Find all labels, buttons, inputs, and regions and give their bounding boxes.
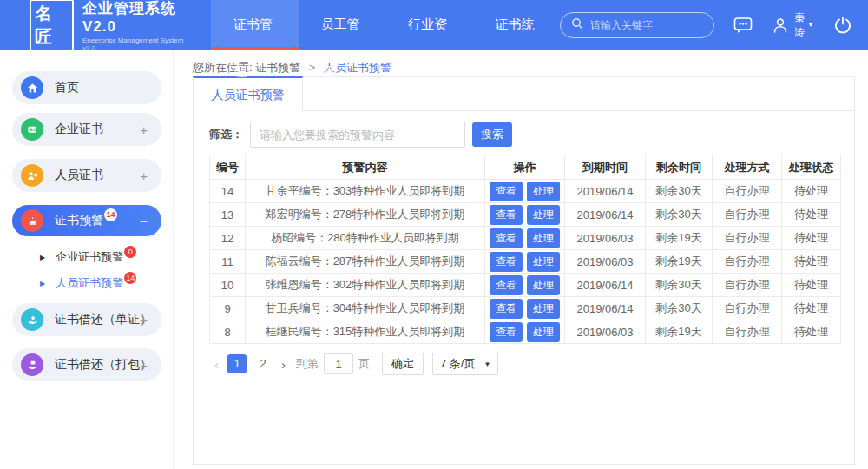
sidebar-item-person-cert[interactable]: 人员证书 + bbox=[12, 159, 161, 192]
handle-button[interactable]: 处理 bbox=[527, 252, 560, 272]
plus-icon[interactable]: + bbox=[140, 358, 148, 373]
alert-count-badge: 14 bbox=[124, 272, 136, 284]
sidebar-item-label: 证书借还（单证） bbox=[55, 312, 152, 327]
app-title: 企业管理系统V2.0 bbox=[82, 0, 195, 36]
prev-page-icon[interactable]: ‹ bbox=[209, 357, 224, 372]
chevron-down-icon: ▼ bbox=[807, 21, 814, 29]
pagination: ‹ 1 2 › 到第 页 确定 7 条/页 ▼ bbox=[209, 353, 854, 375]
row-status: 待处理 bbox=[782, 180, 841, 203]
row-method: 自行办理 bbox=[713, 297, 782, 320]
search-input[interactable] bbox=[590, 19, 703, 31]
page-button-2[interactable]: 2 bbox=[253, 354, 273, 373]
table-row: 8桂继民编号：315特种作业人员即将到期查看处理2019/06/03剩余19天自… bbox=[210, 320, 841, 344]
nav-staff-management[interactable]: 员工管理 bbox=[299, 0, 385, 50]
view-button[interactable]: 查看 bbox=[490, 228, 523, 248]
sidebar-item-label: 首页 bbox=[55, 80, 79, 96]
row-content: 桂继民编号：315特种作业人员即将到期 bbox=[246, 320, 485, 344]
goto-page-input[interactable] bbox=[324, 353, 353, 374]
plus-icon[interactable]: + bbox=[140, 313, 148, 327]
row-content: 郑宏明编号：278特种作业人员即将到期 bbox=[246, 203, 485, 227]
row-remaining: 剩余30天 bbox=[646, 274, 713, 297]
nav-cert-management[interactable]: 证书管理 bbox=[211, 0, 298, 50]
view-button[interactable]: 查看 bbox=[490, 252, 523, 272]
row-method: 自行办理 bbox=[713, 274, 782, 297]
row-remaining: 剩余19天 bbox=[646, 320, 713, 344]
sidebar-item-label: 企业证书 bbox=[55, 122, 103, 137]
table-row: 10张维恩编号：302特种作业人员即将到期查看处理2019/06/14剩余30天… bbox=[210, 274, 841, 297]
sidebar-item-company-cert[interactable]: 企业证书 + bbox=[12, 113, 161, 146]
handle-button[interactable]: 处理 bbox=[527, 228, 560, 248]
username[interactable]: 秦涛 bbox=[794, 10, 805, 40]
filter-input[interactable] bbox=[250, 122, 465, 148]
handle-button[interactable]: 处理 bbox=[527, 182, 560, 201]
chevron-down-icon: ▼ bbox=[483, 360, 490, 368]
view-button[interactable]: 查看 bbox=[490, 205, 523, 225]
tab-strip: 人员证书预警 bbox=[194, 76, 854, 111]
sidebar-item-home[interactable]: 首页 bbox=[12, 71, 161, 104]
user-icon[interactable] bbox=[772, 17, 789, 34]
table-body: 14甘余平编号：303特种作业人员即将到期查看处理2019/06/14剩余30天… bbox=[210, 180, 841, 344]
row-status: 待处理 bbox=[782, 274, 841, 297]
next-page-icon[interactable]: › bbox=[276, 357, 291, 372]
row-actions: 查看处理 bbox=[485, 250, 565, 274]
row-status: 待处理 bbox=[782, 227, 841, 250]
row-actions: 查看处理 bbox=[485, 297, 565, 320]
handle-button[interactable]: 处理 bbox=[527, 299, 560, 319]
row-method: 自行办理 bbox=[713, 250, 782, 274]
col-header-id: 编号 bbox=[210, 155, 246, 180]
confirm-button[interactable]: 确定 bbox=[382, 353, 424, 375]
sidebar-subitem-person-cert-alert[interactable]: ▶ 人员证书预警 14 bbox=[40, 274, 173, 292]
minus-icon[interactable]: − bbox=[140, 214, 148, 228]
breadcrumb-current[interactable]: 人员证书预警 bbox=[324, 61, 391, 74]
row-due-date: 2019/06/14 bbox=[565, 274, 646, 297]
handle-button[interactable]: 处理 bbox=[527, 205, 560, 225]
view-button[interactable]: 查看 bbox=[490, 322, 523, 342]
sidebar-item-cert-alert[interactable]: 证书预警 14 − bbox=[12, 205, 161, 236]
search-button[interactable]: 搜索 bbox=[472, 122, 512, 147]
handle-button[interactable]: 处理 bbox=[527, 322, 560, 342]
row-content: 甘余平编号：303特种作业人员即将到期 bbox=[246, 180, 485, 203]
triangle-right-icon: ▶ bbox=[40, 254, 45, 261]
row-remaining: 剩余19天 bbox=[646, 227, 713, 250]
table-header-row: 编号 预警内容 操作 到期时间 剩余时间 处理方式 处理状态 bbox=[210, 155, 841, 180]
sidebar-item-lend-single[interactable]: 证书借还（单证） + bbox=[12, 303, 161, 336]
filter-row: 筛选： 搜索 bbox=[209, 122, 854, 148]
main-content: 您所在位置: 证书预警 > 人员证书预警 人员证书预警 筛选： 搜索 编号 预警… bbox=[174, 50, 868, 469]
table-row: 13郑宏明编号：278特种作业人员即将到期查看处理2019/06/14剩余30天… bbox=[210, 203, 841, 227]
nav-cert-statistics[interactable]: 证书统计 bbox=[473, 0, 560, 50]
row-due-date: 2019/06/14 bbox=[565, 180, 646, 203]
message-icon[interactable] bbox=[733, 17, 753, 34]
search-icon bbox=[571, 17, 583, 33]
row-method: 自行办理 bbox=[713, 320, 782, 344]
row-status: 待处理 bbox=[782, 320, 841, 344]
page-size-select[interactable]: 7 条/页 ▼ bbox=[432, 353, 498, 375]
handle-button[interactable]: 处理 bbox=[527, 275, 560, 295]
breadcrumb: 您所在位置: 证书预警 > 人员证书预警 bbox=[174, 50, 868, 76]
row-id: 12 bbox=[210, 227, 246, 250]
global-search[interactable] bbox=[560, 12, 714, 38]
row-due-date: 2019/06/03 bbox=[565, 227, 646, 250]
row-id: 13 bbox=[210, 203, 246, 227]
triangle-right-icon: ▶ bbox=[40, 280, 45, 287]
sidebar-subitem-company-cert-alert[interactable]: ▶ 企业证书预警 0 bbox=[40, 248, 173, 266]
view-button[interactable]: 查看 bbox=[490, 275, 523, 295]
row-id: 10 bbox=[210, 274, 246, 297]
view-button[interactable]: 查看 bbox=[490, 299, 523, 319]
sidebar-item-lend-pack[interactable]: 证书借还（打包） + bbox=[12, 348, 161, 381]
plus-icon[interactable]: + bbox=[140, 168, 148, 183]
alarm-icon bbox=[21, 209, 43, 232]
lend-pack-icon bbox=[21, 353, 43, 376]
page-button-1[interactable]: 1 bbox=[227, 354, 247, 373]
view-button[interactable]: 查看 bbox=[490, 182, 523, 201]
main-nav: 证书管理 员工管理 行业资讯 证书统计 bbox=[211, 0, 560, 50]
row-content: 甘卫兵编号：304特种作业人员即将到期 bbox=[246, 297, 485, 320]
table-row: 12杨昭编号：280特种作业人员即将到期查看处理2019/06/03剩余19天自… bbox=[210, 227, 841, 250]
alert-count-badge: 0 bbox=[124, 246, 136, 258]
row-content: 陈福云编号：287特种作业人员即将到期 bbox=[246, 250, 485, 274]
col-header-status: 处理状态 bbox=[782, 155, 841, 180]
tab-person-cert-alert[interactable]: 人员证书预警 bbox=[193, 76, 303, 112]
nav-industry-news[interactable]: 行业资讯 bbox=[385, 0, 472, 50]
sidebar: 首页 企业证书 + 人员证书 + 证书预警 14 − ▶ 企业证书预警 0 ▶ … bbox=[0, 50, 174, 469]
logout-power-icon[interactable] bbox=[833, 16, 852, 35]
plus-icon[interactable]: + bbox=[140, 122, 148, 137]
